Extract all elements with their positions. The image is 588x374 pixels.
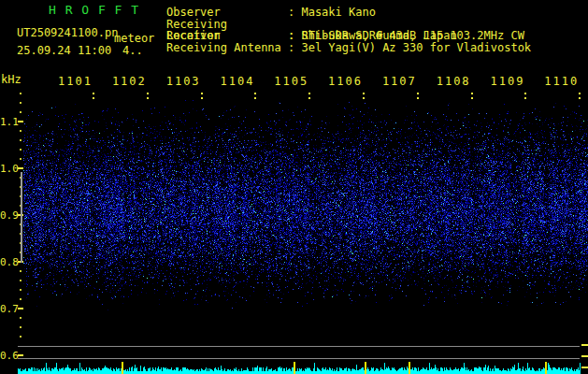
freq-tick-label: 0.7 <box>0 303 17 315</box>
signal-level-strip <box>18 362 581 374</box>
time-tick-label: 1110 <box>541 75 579 88</box>
status-counter: 4.. <box>122 44 143 57</box>
freq-minor-tick <box>20 111 22 113</box>
info-value: : Masaki Kano <box>288 6 376 19</box>
info-label: Receiver <box>166 30 288 41</box>
freq-minor-tick <box>20 280 22 281</box>
level-scale-tick <box>581 355 588 357</box>
freq-minor-tick <box>20 93 22 94</box>
time-tick-label: 1104 <box>217 75 254 88</box>
freq-minor-tick <box>20 336 22 338</box>
freq-minor-tick <box>20 158 22 160</box>
info-label: Observer <box>166 7 288 18</box>
time-tick-label: 1108 <box>434 75 471 88</box>
station-info-row: Receiving Antenna: 3el Yagi(V) Az 330 fo… <box>166 42 531 53</box>
info-label: Receiving Antenna <box>166 42 288 53</box>
freq-minor-tick <box>20 102 22 104</box>
freq-tick-label: 0.6 <box>0 350 17 362</box>
time-tick-label: 1105 <box>271 75 308 88</box>
station-info-row: Observer: Masaki Kano <box>166 7 376 18</box>
time-tick-label: 1101 <box>55 75 93 88</box>
observation-name-label: meteor <box>114 32 154 45</box>
time-tick-label: 1102 <box>109 75 147 88</box>
freq-major-tick <box>18 354 23 356</box>
freq-minor-tick <box>20 130 22 132</box>
time-tick-label: 1107 <box>380 75 417 88</box>
datetime-label: 25.09.24 11:00 <box>17 44 111 57</box>
freq-tick-label: 0.9 <box>0 209 17 222</box>
freq-minor-tick <box>20 298 22 300</box>
freq-minor-tick <box>20 149 22 151</box>
freq-tick-label: 1.1 <box>0 116 17 128</box>
freq-minor-tick <box>20 326 22 328</box>
freq-tick-label: 0.8 <box>0 256 17 268</box>
spectrogram-canvas <box>23 89 588 343</box>
time-tick-label: 1109 <box>487 75 524 88</box>
frequency-range-marker <box>21 172 22 263</box>
info-value: : 3el Yagi(V) Az 330 for Vladivostok <box>288 41 531 54</box>
level-scale-tick <box>581 344 588 346</box>
separator-line-lower <box>18 358 580 359</box>
time-tick-label: 1106 <box>325 75 363 88</box>
freq-unit-label: kHz <box>1 73 22 86</box>
freq-minor-tick <box>20 289 22 291</box>
separator-line-upper <box>18 346 580 347</box>
freq-minor-tick <box>20 270 22 272</box>
station-info-row: Receiving Location: Shibukawa, Gunma, Ja… <box>166 19 457 30</box>
station-info-row: Receiver: RTL-SDR SDR# 43dB L15 103.2MHz… <box>166 30 524 41</box>
freq-minor-tick <box>20 317 22 319</box>
freq-tick-label: 1.0 <box>0 163 17 175</box>
level-scale-tick <box>581 367 588 368</box>
freq-minor-tick <box>20 139 22 141</box>
time-tick-label: 1103 <box>164 75 201 88</box>
app-title: H R O F F T <box>49 3 139 17</box>
hrofft-window: H R O F F T UT2509241100.pn meteor 25.09… <box>0 0 588 374</box>
filename-label: UT2509241100.pn <box>17 26 118 39</box>
